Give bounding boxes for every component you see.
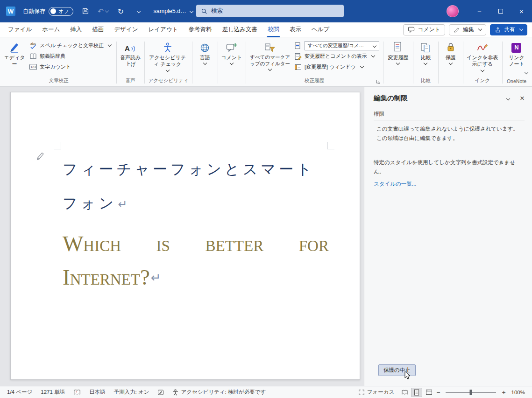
paragraph-return-icon: ↵ <box>118 198 127 211</box>
accessibility-status-label: アクセシビリティ: 検討が必要です <box>181 389 266 396</box>
new-comment-icon <box>226 41 237 53</box>
new-comment-button[interactable]: コメント <box>220 39 244 65</box>
styles-list-link[interactable]: スタイルの一覧... <box>374 181 416 188</box>
show-markup-button[interactable]: 変更履歴とコメントの表示 <box>292 51 381 62</box>
track-changes-chevron-icon <box>396 61 400 65</box>
tab-review[interactable]: 校閲 <box>262 22 284 37</box>
autosave-toggle[interactable]: オフ <box>49 7 73 16</box>
text-prediction-indicator[interactable]: 予測入力: オン <box>110 389 154 396</box>
ribbon-group-comments: コメント <box>219 39 245 86</box>
titlebar: W 自動保存 オフ ↶ ↻ sample5.d… 検索 − × <box>0 0 532 22</box>
document-page[interactable]: フィーチャーフォンとスマート フォン↵ Which is better for … <box>10 92 360 380</box>
language-indicator[interactable]: 日本語 <box>85 389 110 396</box>
editor-label: エディター <box>4 54 25 68</box>
autosave-state: オフ <box>58 8 69 15</box>
document-title-menu[interactable]: sample5.d… <box>154 8 193 14</box>
tab-home[interactable]: ホーム <box>37 22 65 37</box>
spellcheck-icon: abc <box>29 42 37 49</box>
editing-chevron-icon <box>478 27 482 31</box>
tab-layout[interactable]: レイアウト <box>143 22 183 37</box>
editing-mode-button[interactable]: 編集 <box>449 24 486 35</box>
read-aloud-button[interactable]: A 音声読み上げ <box>118 39 142 69</box>
hide-ink-button[interactable]: インクを非表示にする <box>465 39 500 72</box>
group-label-compare: 比較 <box>415 77 436 86</box>
undo-chevron-icon <box>105 8 109 12</box>
proofing-status-button[interactable] <box>69 389 85 396</box>
web-layout-icon <box>426 389 433 395</box>
toggle-knob-icon <box>50 8 56 14</box>
zoom-slider-thumb[interactable] <box>470 390 472 395</box>
word-logo-icon: W <box>6 7 15 16</box>
tab-references[interactable]: 参考資料 <box>183 22 217 37</box>
markup-filter-button[interactable]: すべてのマークアップのフィルター <box>248 39 292 71</box>
permissions-section-label: 権限 <box>374 111 525 120</box>
group-label-speech: 音声 <box>118 77 142 86</box>
pane-collapse-button[interactable] <box>507 97 510 100</box>
read-aloud-label: 音声読み上げ <box>119 54 142 68</box>
editor-button[interactable]: エディター <box>3 39 26 69</box>
tab-help[interactable]: ヘルプ <box>306 22 334 37</box>
quick-toolbar-more-button[interactable] <box>133 5 144 17</box>
reviewing-pane-button[interactable]: [変更履歴] ウィンドウ <box>292 62 381 72</box>
accessibility-status-button[interactable]: アクセシビリティ: 検討が必要です <box>168 389 270 396</box>
word-count-button[interactable]: 123 文字カウント <box>26 62 114 72</box>
search-input[interactable]: 検索 <box>196 5 344 17</box>
restrict-editing-pane: 編集の制限 × 権限 この文書は誤って編集されないように保護されています。 この… <box>364 87 532 386</box>
tab-view[interactable]: 表示 <box>284 22 306 37</box>
ribbon-group-compare: 比較 比較 <box>414 39 437 86</box>
undo-button[interactable]: ↶ <box>98 5 109 17</box>
print-layout-button[interactable] <box>411 388 422 397</box>
ribbon-group-onenote: N リンク ノート OneNote <box>503 39 530 86</box>
thesaurus-book-icon <box>29 53 37 60</box>
thesaurus-label: 類義語辞典 <box>40 53 65 60</box>
user-avatar[interactable] <box>447 5 459 17</box>
protect-button[interactable]: 保護 <box>440 39 461 65</box>
zoom-level[interactable]: 100% <box>507 390 529 395</box>
group-label-comments <box>220 83 244 86</box>
track-changes-button[interactable]: 変更履歴 <box>385 39 411 65</box>
linked-notes-button[interactable]: N リンク ノート <box>504 39 529 69</box>
zoom-out-button[interactable]: − <box>435 389 441 396</box>
linked-notes-label-2: ノート <box>509 61 525 67</box>
comments-button[interactable]: コメント <box>403 24 445 35</box>
page-indicator[interactable]: 1/4 ページ <box>3 389 36 396</box>
document-heading-ja[interactable]: フィーチャーフォンとスマート フォン↵ <box>63 152 343 222</box>
tab-file[interactable]: ファイル <box>3 22 37 37</box>
spelling-grammar-button[interactable]: abc スペル チェックと文章校正 <box>26 40 114 51</box>
workspace: フィーチャーフォンとスマート フォン↵ Which is better for … <box>0 87 532 386</box>
tab-mailings[interactable]: 差し込み文書 <box>217 22 262 37</box>
word-count-indicator[interactable]: 1271 単語 <box>36 389 69 396</box>
reviewing-pane-icon <box>294 63 302 71</box>
zoom-in-button[interactable]: + <box>500 389 507 396</box>
undo-icon: ↶ <box>98 7 104 16</box>
focus-mode-button[interactable]: フォーカス <box>354 389 399 396</box>
zoom-slider[interactable] <box>446 392 496 393</box>
minimize-button[interactable]: − <box>469 0 490 22</box>
collapse-ribbon-button[interactable] <box>525 69 528 75</box>
pane-close-button[interactable]: × <box>520 94 525 102</box>
group-label-onenote: OneNote <box>504 77 529 86</box>
document-subtitle-en[interactable]: Which is better for Internet?↵ <box>63 227 329 294</box>
tracking-dialog-launcher[interactable] <box>376 79 381 84</box>
web-layout-button[interactable] <box>423 388 434 397</box>
redo-button[interactable]: ↻ <box>115 5 127 17</box>
save-button[interactable] <box>80 5 91 17</box>
comment-bubble-icon <box>408 26 415 33</box>
maximize-button[interactable] <box>490 0 511 22</box>
tab-design[interactable]: デザイン <box>109 22 143 37</box>
compare-button[interactable]: 比較 <box>415 39 436 65</box>
ribbon-group-language: 言語 <box>193 39 217 86</box>
thesaurus-button[interactable]: 類義語辞典 <box>26 51 114 62</box>
close-button[interactable]: × <box>511 0 532 22</box>
language-button[interactable]: 言語 <box>194 39 216 65</box>
editor-pen-icon <box>9 41 20 53</box>
accessibility-check-button[interactable]: アクセシビリティ チェック <box>147 39 189 72</box>
status-bar: 1/4 ページ 1271 単語 日本語 予測入力: オン アクセシビリティ: 検… <box>0 386 532 398</box>
read-mode-button[interactable] <box>399 388 410 397</box>
proofing-book-icon <box>73 389 81 396</box>
tab-draw[interactable]: 描画 <box>87 22 109 37</box>
share-button[interactable]: 共有 <box>490 24 527 35</box>
pen-input-button[interactable] <box>153 389 168 396</box>
display-for-review-select[interactable]: すべての変更履歴/コメ… <box>305 41 379 50</box>
tab-insert[interactable]: 挿入 <box>65 22 87 37</box>
